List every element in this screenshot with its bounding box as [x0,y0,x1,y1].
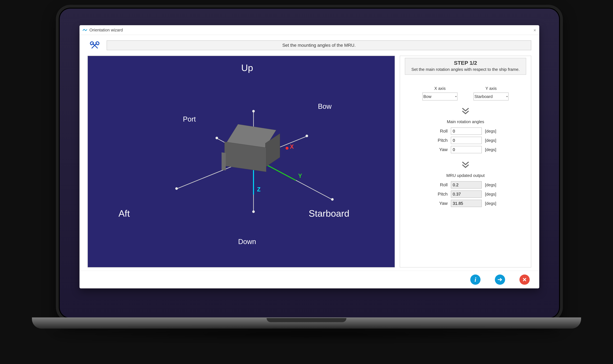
roll-input[interactable] [451,128,482,135]
out-yaw-label: Yaw [432,201,448,206]
out-roll-unit: [degs] [485,182,499,187]
label-down: Down [238,238,256,246]
bottom-bar: i [80,271,539,288]
app-window: Orientation wizard × Set [80,25,539,288]
label-starboard: Starboard [309,208,349,219]
instruction-banner: Set the mounting angles of the MRU. [107,40,531,50]
out-pitch-label: Pitch [432,192,448,197]
next-button[interactable] [495,274,505,285]
content-area: Up Down Port Bow Aft Starboard X Y Z STE… [80,54,539,271]
label-axis-z: Z [257,186,261,193]
y-axis-label: Y axis [473,86,509,91]
instruction-text: Set the mounting angles of the MRU. [282,43,356,48]
out-pitch-unit: [degs] [485,192,499,197]
cancel-button[interactable] [520,274,530,285]
yaw-label: Yaw [432,147,448,152]
chevron-down-icon [405,106,526,117]
laptop-notch [267,318,346,322]
view3d[interactable]: Up Down Port Bow Aft Starboard X Y Z [87,56,395,268]
info-button[interactable]: i [470,274,480,285]
app-logo-icon [83,28,87,32]
roll-unit: [degs] [485,129,499,134]
yaw-input[interactable] [451,146,482,153]
output-title: MRU updated output [405,173,526,178]
laptop-mockup: Orientation wizard × Set [56,5,563,322]
close-icon [522,277,527,283]
out-roll-label: Roll [432,182,448,187]
x-axis-select[interactable]: Bow [422,92,457,101]
label-bow: Bow [318,102,332,110]
wizard-icon [87,38,102,52]
out-yaw-unit: [degs] [485,201,499,206]
laptop-base [32,317,581,329]
arrow-right-icon [497,277,503,283]
laptop-shadow [48,328,565,340]
label-axis-x: X [290,143,294,150]
out-roll-value [451,181,482,189]
toolbar-row: Set the mounting angles of the MRU. [80,35,539,54]
titlebar: Orientation wizard × [80,25,539,35]
window-close-button[interactable]: × [533,28,536,33]
pitch-unit: [degs] [485,138,499,143]
step-desc: Set the main rotation angles with respec… [408,67,523,72]
chevron-down-icon [405,160,526,170]
x-axis-label: X axis [422,86,457,91]
roll-label: Roll [432,129,448,134]
out-pitch-value [451,190,482,198]
main-angles-title: Main rotation angles [405,119,526,124]
step-box: STEP 1/2 Set the main rotation angles wi… [405,58,526,75]
label-up: Up [241,62,253,73]
yaw-unit: [degs] [485,147,499,152]
pitch-label: Pitch [432,138,448,143]
label-axis-y: Y [298,173,302,179]
out-yaw-value [451,200,482,207]
y-axis-select[interactable]: Starboard [473,92,509,101]
step-title: STEP 1/2 [408,60,523,66]
label-aft: Aft [119,208,130,219]
info-icon: i [475,276,476,283]
side-panel: STEP 1/2 Set the main rotation angles wi… [400,56,531,268]
pitch-input[interactable] [451,137,482,144]
label-port: Port [183,115,196,123]
window-title: Orientation wizard [89,28,123,33]
